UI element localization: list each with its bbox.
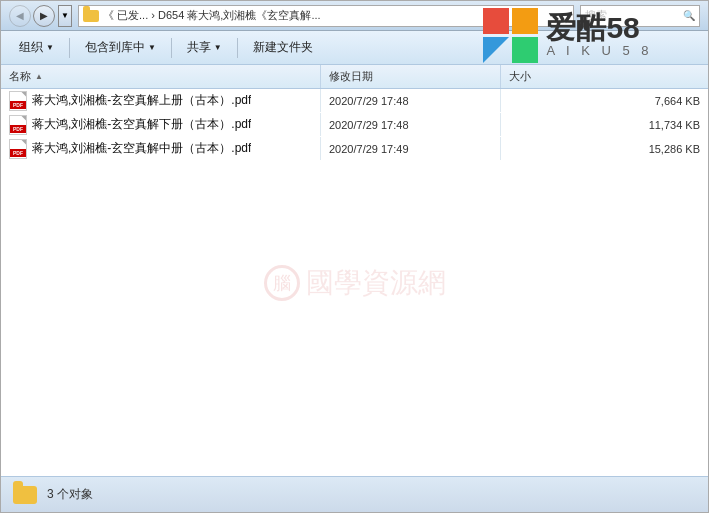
status-text: 3 个对象 [47,486,93,503]
name-column-header[interactable]: 名称 ▲ [1,65,321,88]
column-headers: 名称 ▲ 修改日期 大小 [1,65,708,89]
include-library-label: 包含到库中 [85,39,145,56]
folder-icon [83,8,99,24]
separator-3 [237,38,238,58]
file-date-text: 2020/7/29 17:49 [329,143,409,155]
svg-marker-2 [483,37,509,63]
logo-sub-text: A I K U 5 8 [546,43,652,58]
sort-arrow-icon: ▲ [35,72,43,81]
forward-button[interactable]: ▶ [33,5,55,27]
date-header-label: 修改日期 [329,69,373,84]
size-header-label: 大小 [509,69,531,84]
title-bar: ◀ ▶ ▼ 《 已发... › D654 蒋大鸿,刘湘樵《玄空真解... 搜索 … [1,1,708,31]
share-button[interactable]: 共享 ▼ [177,34,232,62]
logo-main-text: 爱酷58 [546,13,639,43]
file-date-cell: 2020/7/29 17:49 [321,137,501,160]
address-text: 《 已发... › D654 蒋大鸿,刘湘樵《玄空真解... [103,8,321,23]
logo-area: 爱酷58 A I K U 5 8 [438,3,698,68]
file-size-cell: 11,734 KB [501,113,708,136]
status-folder-icon [13,486,37,504]
file-name-text: 蒋大鸿,刘湘樵-玄空真解下册（古本）.pdf [32,116,251,133]
pdf-icon [9,139,27,159]
file-date-cell: 2020/7/29 17:48 [321,113,501,136]
file-size-text: 7,664 KB [655,95,700,107]
file-date-text: 2020/7/29 17:48 [329,119,409,131]
organize-label: 组织 [19,39,43,56]
table-row[interactable]: 蒋大鸿,刘湘樵-玄空真解下册（古本）.pdf 2020/7/29 17:48 1… [1,113,708,137]
table-row[interactable]: 蒋大鸿,刘湘樵-玄空真解中册（古本）.pdf 2020/7/29 17:49 1… [1,137,708,161]
svg-rect-0 [483,8,509,34]
include-library-arrow-icon: ▼ [148,43,156,52]
organize-button[interactable]: 组织 ▼ [9,34,64,62]
size-column-header[interactable]: 大小 [501,65,708,88]
file-date-cell: 2020/7/29 17:48 [321,89,501,112]
logo-icon [483,8,538,63]
include-library-button[interactable]: 包含到库中 ▼ [75,34,166,62]
watermark: 腦 國學資源網 [264,264,446,302]
date-column-header[interactable]: 修改日期 [321,65,501,88]
logo-text-container: 爱酷58 A I K U 5 8 [546,13,652,58]
name-header-label: 名称 [9,69,31,84]
pdf-icon [9,91,27,111]
file-list: 腦 國學資源網 蒋大鸿,刘湘樵-玄空真解上册（古本）.pdf 2020/7/29… [1,89,708,476]
file-name-cell: 蒋大鸿,刘湘樵-玄空真解上册（古本）.pdf [1,89,321,112]
separator-2 [171,38,172,58]
file-name-text: 蒋大鸿,刘湘樵-玄空真解中册（古本）.pdf [32,140,251,157]
organize-arrow-icon: ▼ [46,43,54,52]
file-size-cell: 15,286 KB [501,137,708,160]
separator-1 [69,38,70,58]
status-bar: 3 个对象 [1,476,708,512]
file-name-text: 蒋大鸿,刘湘樵-玄空真解上册（古本）.pdf [32,92,251,109]
share-label: 共享 [187,39,211,56]
watermark-icon: 腦 [264,265,300,301]
svg-rect-1 [512,8,538,34]
explorer-window: ◀ ▶ ▼ 《 已发... › D654 蒋大鸿,刘湘樵《玄空真解... 搜索 … [0,0,709,513]
file-size-cell: 7,664 KB [501,89,708,112]
file-size-text: 15,286 KB [649,143,700,155]
watermark-text: 國學資源網 [306,264,446,302]
file-name-cell: 蒋大鸿,刘湘樵-玄空真解下册（古本）.pdf [1,113,321,136]
nav-dropdown-button[interactable]: ▼ [58,5,72,27]
share-arrow-icon: ▼ [214,43,222,52]
nav-buttons: ◀ ▶ ▼ [9,5,72,27]
svg-rect-3 [512,37,538,63]
file-date-text: 2020/7/29 17:48 [329,95,409,107]
file-size-text: 11,734 KB [649,119,700,131]
file-name-cell: 蒋大鸿,刘湘樵-玄空真解中册（古本）.pdf [1,137,321,160]
pdf-icon [9,115,27,135]
new-folder-button[interactable]: 新建文件夹 [243,34,323,62]
table-row[interactable]: 蒋大鸿,刘湘樵-玄空真解上册（古本）.pdf 2020/7/29 17:48 7… [1,89,708,113]
back-button[interactable]: ◀ [9,5,31,27]
new-folder-label: 新建文件夹 [253,39,313,56]
